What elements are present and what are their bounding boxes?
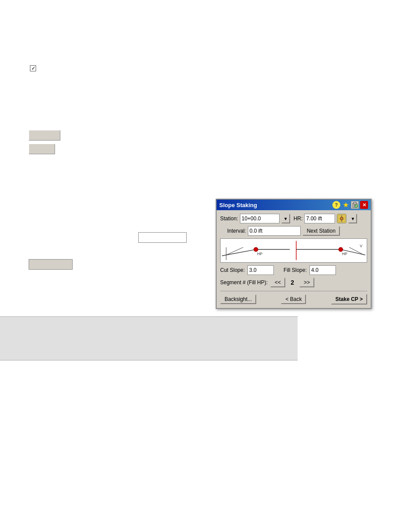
segment-prev-button[interactable]: << bbox=[270, 278, 285, 287]
svg-point-16 bbox=[254, 247, 258, 252]
small-button-2[interactable] bbox=[29, 144, 55, 154]
slope-row: Cut Slope: Fill Slope: bbox=[220, 265, 367, 275]
dialog-title: Slope Staking bbox=[219, 202, 332, 208]
interval-label: Interval: bbox=[227, 228, 246, 234]
svg-line-11 bbox=[222, 249, 256, 256]
cross-section-view: HP HP V bbox=[220, 238, 367, 263]
slope-staking-dialog: Slope Staking ? ★ ✕ bbox=[216, 199, 372, 309]
stake-cp-button[interactable]: Stake CP > bbox=[331, 294, 367, 304]
titlebar-icons: ? ★ ✕ bbox=[332, 201, 368, 209]
hr-dropdown-btn[interactable]: ▼ bbox=[348, 214, 357, 223]
svg-text:HP: HP bbox=[257, 252, 262, 256]
segment-number: 2 bbox=[288, 279, 297, 286]
dialog-bottom-row: Backsight... < Back Stake CP > bbox=[220, 291, 367, 304]
interval-input[interactable] bbox=[248, 226, 301, 236]
svg-line-18 bbox=[226, 247, 243, 255]
dialog-body: Station: ▼ HR: ▼ Interval: Next Station bbox=[217, 210, 371, 308]
star-icon[interactable]: ★ bbox=[342, 201, 350, 209]
svg-line-20 bbox=[349, 247, 364, 255]
checkbox-icon[interactable]: ✓ bbox=[30, 65, 36, 71]
bottom-bar: _______________ bbox=[0, 316, 298, 360]
svg-text:V: V bbox=[360, 244, 362, 248]
left-button[interactable] bbox=[29, 259, 73, 270]
clipboard-icon[interactable] bbox=[351, 201, 359, 209]
svg-point-17 bbox=[339, 247, 343, 252]
svg-point-8 bbox=[341, 218, 343, 219]
segment-label: Segment # (Fill HP): bbox=[220, 279, 268, 286]
fill-slope-label: Fill Slope: bbox=[284, 267, 307, 273]
hr-label: HR: bbox=[294, 215, 303, 222]
interval-row: Interval: Next Station bbox=[220, 226, 367, 236]
cut-slope-input[interactable] bbox=[247, 265, 274, 275]
fill-slope-input[interactable] bbox=[309, 265, 336, 275]
small-button-1[interactable] bbox=[29, 130, 60, 141]
instrument-icon[interactable] bbox=[337, 214, 346, 223]
svg-text:HP: HP bbox=[342, 252, 347, 256]
dialog-titlebar[interactable]: Slope Staking ? ★ ✕ bbox=[217, 200, 371, 210]
backsight-button[interactable]: Backsight... bbox=[220, 294, 256, 304]
close-icon[interactable]: ✕ bbox=[360, 201, 368, 209]
segment-row: Segment # (Fill HP): << 2 >> bbox=[220, 278, 367, 287]
back-button[interactable]: < Back bbox=[281, 294, 306, 304]
station-dropdown-btn[interactable]: ▼ bbox=[281, 214, 290, 223]
center-input[interactable] bbox=[138, 232, 187, 243]
station-label: Station: bbox=[220, 215, 238, 222]
station-row: Station: ▼ HR: ▼ bbox=[220, 214, 367, 223]
svg-rect-1 bbox=[354, 202, 356, 204]
segment-next-button[interactable]: >> bbox=[299, 278, 314, 287]
top-checkbox[interactable]: ✓ bbox=[30, 65, 36, 71]
help-icon[interactable]: ? bbox=[332, 201, 340, 209]
station-input[interactable] bbox=[240, 214, 280, 223]
next-station-button[interactable]: Next Station bbox=[302, 226, 340, 236]
hr-input[interactable] bbox=[304, 214, 335, 223]
cut-slope-label: Cut Slope: bbox=[220, 267, 245, 273]
